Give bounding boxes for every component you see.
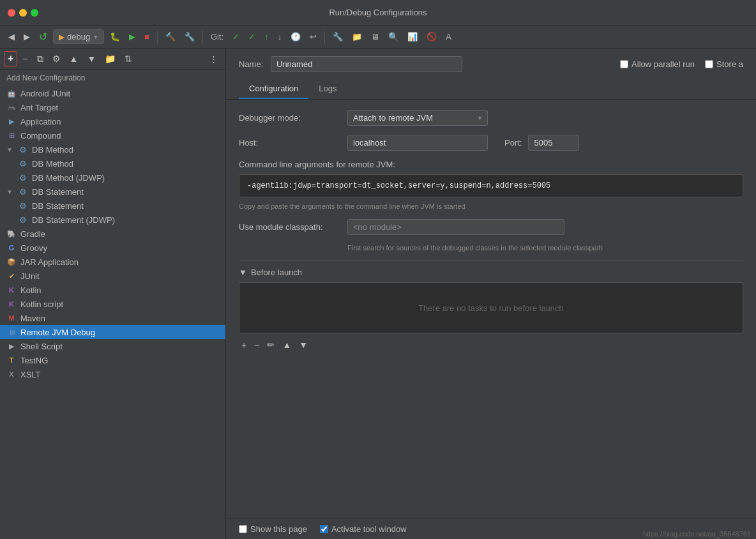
close-button[interactable]	[8, 9, 15, 17]
debug-button[interactable]: 🐛	[107, 30, 123, 43]
port-label: Port:	[504, 138, 522, 148]
bl-edit-button[interactable]: ✏	[264, 338, 277, 351]
tree-item-junit[interactable]: ✔ JUnit	[0, 269, 225, 283]
main-layout: + − ⧉ ⚙ ▲ ▼ 📁 ⇅ ⋮ Add New Configuration …	[0, 49, 756, 539]
tree-item-application[interactable]: ▶ Application	[0, 114, 225, 128]
tree-item-ant-target[interactable]: 🐜 Ant Target	[0, 100, 225, 114]
tree-item-db-method[interactable]: ▼ ⚙ DB Method	[0, 142, 225, 156]
git-check1[interactable]: ✓	[229, 30, 243, 43]
minimize-button[interactable]	[19, 9, 27, 17]
allow-parallel-label[interactable]: Allow parallel run	[620, 59, 695, 69]
rebuild-button[interactable]: 🔧	[181, 30, 198, 43]
tree-item-db-statement-child[interactable]: ⚙ DB Statement	[0, 199, 225, 213]
junit-label: JUnit	[20, 271, 40, 281]
show-this-page-checkbox[interactable]	[239, 525, 247, 533]
module-classpath-input[interactable]	[347, 219, 564, 235]
bl-add-button[interactable]: +	[239, 338, 249, 351]
tree-item-shell-script[interactable]: ▶ Shell Script	[0, 339, 225, 353]
project-button[interactable]: 📁	[349, 30, 365, 43]
expand-button[interactable]: ⋮	[206, 52, 222, 66]
stop-button[interactable]: ■	[141, 30, 153, 43]
tree-item-jar-application[interactable]: 📦 JAR Application	[0, 255, 225, 269]
settings-configuration-button[interactable]: ⚙	[49, 52, 64, 66]
before-launch-toolbar: + − ✏ ▲ ▼	[239, 338, 743, 351]
settings-button[interactable]: 🔧	[329, 30, 346, 43]
tree-item-db-statement-jdwp[interactable]: ⚙ DB Statement (JDWP)	[0, 213, 225, 227]
git-pull[interactable]: ↓	[275, 30, 285, 43]
groovy-label: Groovy	[20, 243, 47, 253]
tab-logs[interactable]: Logs	[308, 79, 347, 99]
maven-icon: M	[6, 313, 17, 323]
gradle-label: Gradle	[20, 229, 45, 239]
before-launch-header[interactable]: ▼ Before launch	[239, 268, 743, 277]
host-input[interactable]	[347, 135, 488, 151]
xslt-icon: X	[6, 369, 17, 379]
host-port-row: Host: Port:	[239, 135, 743, 151]
store-as-label[interactable]: Store a	[705, 59, 743, 69]
back-button[interactable]: ◀	[5, 30, 18, 43]
right-panel: Name: Allow parallel run Store a Configu…	[226, 49, 756, 539]
db-method-jdwp-label: DB Method (JDWP)	[32, 173, 105, 183]
tree-item-kotlin-script[interactable]: K Kotlin script	[0, 297, 225, 311]
remote-jvm-debug-label: Remote JVM Debug	[20, 328, 95, 337]
remove-configuration-button[interactable]: −	[19, 52, 31, 66]
disable-button[interactable]: 🚫	[423, 30, 440, 43]
git-revert[interactable]: ↩	[306, 30, 320, 43]
tabs: Configuration Logs	[226, 79, 756, 100]
copy-configuration-button[interactable]: ⧉	[33, 52, 47, 66]
bl-down-button[interactable]: ▼	[296, 338, 310, 351]
tree-item-xslt[interactable]: X XSLT	[0, 367, 225, 381]
bl-up-button[interactable]: ▲	[280, 338, 294, 351]
show-this-page-label[interactable]: Show this page	[239, 524, 307, 534]
git-check2[interactable]: ✓	[245, 30, 259, 43]
name-input[interactable]	[271, 56, 462, 72]
tree-item-compound[interactable]: ⊞ Compound	[0, 128, 225, 142]
tree-item-gradle[interactable]: 🐘 Gradle	[0, 227, 225, 241]
tree-item-db-method-child[interactable]: ⚙ DB Method	[0, 156, 225, 171]
port-input[interactable]	[528, 135, 579, 151]
debugger-mode-select[interactable]: Attach to remote JVM Listen to remote JV…	[347, 110, 488, 126]
activate-tool-window-checkbox[interactable]	[320, 525, 328, 533]
screen-button[interactable]: 🖥	[368, 30, 382, 43]
add-configuration-button[interactable]: +	[4, 51, 17, 66]
translate-button[interactable]: A	[442, 30, 455, 43]
db-statement-jdwp-icon: ⚙	[18, 215, 28, 225]
git-history[interactable]: 🕐	[287, 30, 304, 43]
tree-item-db-statement[interactable]: ▼ ⚙ DB Statement	[0, 185, 225, 199]
tree-item-testng[interactable]: T TestNG	[0, 353, 225, 367]
move-down-button[interactable]: ▼	[83, 52, 100, 66]
tree-item-db-method-jdwp[interactable]: ⚙ DB Method (JDWP)	[0, 171, 225, 185]
run-config-dropdown[interactable]: ▶ debug ▼	[53, 29, 104, 44]
db-statement-child-icon: ⚙	[18, 201, 28, 211]
compound-label: Compound	[20, 131, 61, 140]
git-push[interactable]: ↑	[261, 30, 272, 43]
db-statement-icon: ⚙	[18, 186, 28, 197]
tree-item-remote-jvm-debug[interactable]: 🖥 Remote JVM Debug	[0, 325, 225, 339]
rerun-button[interactable]: ↺	[36, 29, 50, 45]
move-up-button[interactable]: ▲	[66, 52, 82, 66]
tree-item-groovy[interactable]: G Groovy	[0, 241, 225, 255]
folder-button[interactable]: 📁	[101, 52, 119, 66]
sort-button[interactable]: ⇅	[121, 52, 136, 66]
maximize-button[interactable]	[31, 9, 38, 17]
coverage-button[interactable]: 📊	[404, 30, 421, 43]
tree-item-maven[interactable]: M Maven	[0, 311, 225, 325]
build-button[interactable]: 🔨	[162, 30, 179, 43]
application-label: Application	[20, 117, 61, 126]
search-button[interactable]: 🔍	[385, 30, 402, 43]
run-button[interactable]: ▶	[126, 30, 139, 43]
allow-parallel-checkbox[interactable]	[620, 60, 628, 68]
tab-configuration[interactable]: Configuration	[239, 79, 308, 99]
db-method-jdwp-icon: ⚙	[18, 172, 28, 183]
tree-item-android-junit[interactable]: 🤖 Android JUnit	[0, 86, 225, 100]
jar-application-label: JAR Application	[20, 257, 79, 267]
store-as-checkbox[interactable]	[705, 60, 713, 68]
tree-item-kotlin[interactable]: K Kotlin	[0, 283, 225, 297]
activate-tool-window-label[interactable]: Activate tool window	[320, 524, 407, 534]
kotlin-script-label: Kotlin script	[20, 300, 63, 309]
forward-button[interactable]: ▶	[20, 30, 33, 43]
bl-remove-button[interactable]: −	[252, 338, 262, 351]
footer: https://blog.csdn.net/qq_35648761	[638, 529, 756, 539]
db-statement-arrow: ▼	[6, 188, 14, 195]
compound-icon: ⊞	[6, 130, 17, 140]
